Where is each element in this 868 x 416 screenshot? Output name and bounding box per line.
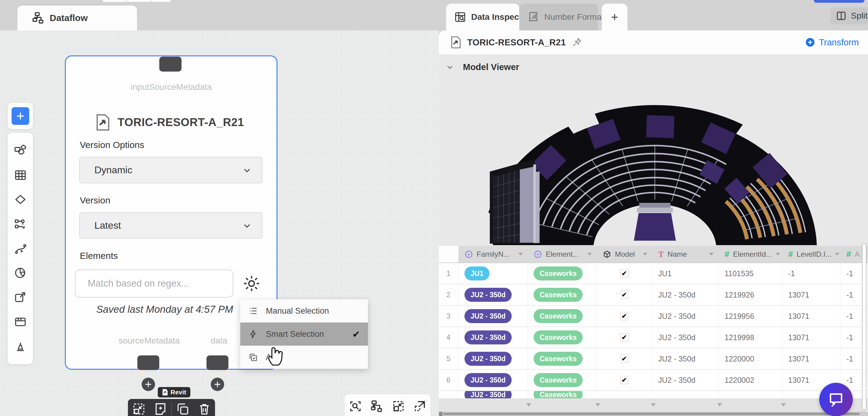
data-inspector-panel: TORIC-RESORT-A_R21 Transform Model Viewe… — [439, 30, 868, 416]
sidebar-item-path[interactable] — [13, 242, 27, 256]
column-header-name[interactable]: T Name — [652, 246, 718, 262]
sidebar-item-diamond[interactable] — [13, 192, 27, 206]
funnel-icon — [14, 340, 27, 353]
column-header-levelid[interactable]: # LevelID.I... — [782, 246, 840, 262]
model-checkbox[interactable]: ✔ — [620, 312, 629, 320]
model-checkbox[interactable]: ✔ — [620, 333, 629, 342]
table-row[interactable]: 1 JU1 Caseworks ✔ JU1 1101535 -1 -1 — [439, 263, 868, 284]
tab-data-inspector[interactable]: Data Inspector — [446, 4, 519, 30]
expand-all-button[interactable] — [413, 399, 427, 414]
element-pill: Caseworks — [534, 309, 583, 323]
output-port-data[interactable] — [207, 355, 228, 370]
data-table: FamilyN... Element... Model T Name — [439, 246, 868, 398]
node-action-toolbar — [128, 399, 215, 416]
version-options-select[interactable]: Dynamic — [79, 157, 262, 183]
column-header-familyname[interactable]: FamilyN... — [458, 246, 527, 262]
table-row[interactable]: 4 JU2 - 350d Caseworks ✔ JU2 - 350d 1219… — [439, 327, 868, 348]
menu-item-label: Manual Selection — [266, 307, 360, 316]
add-circle-icon — [805, 37, 815, 47]
chevron-down-icon — [242, 165, 252, 175]
column-header-model[interactable]: Model — [597, 246, 652, 262]
horizontal-scrollbar-thumb[interactable] — [443, 413, 860, 415]
elements-regex-input[interactable] — [75, 269, 233, 297]
transform-label: Transform — [819, 37, 859, 47]
column-header-element[interactable]: Element... — [527, 246, 597, 262]
menu-item-all[interactable]: All — [240, 346, 368, 369]
sidebar-item-table[interactable] — [13, 168, 27, 182]
menu-item-manual-selection[interactable]: Manual Selection — [240, 299, 368, 322]
column-resize-marker[interactable] — [781, 403, 786, 407]
model-checkbox[interactable]: ✔ — [620, 354, 629, 363]
export-icon — [14, 291, 27, 304]
sidebar-item-funnel[interactable] — [13, 340, 27, 354]
sidebar-item-transform-nodes[interactable] — [13, 217, 27, 231]
clipped-top-toolbar — [103, 0, 170, 2]
column-resize-marker[interactable] — [651, 403, 656, 407]
fit-node-button[interactable] — [128, 402, 150, 416]
table-row[interactable]: 3 JU2 - 350d Caseworks ✔ JU2 - 350d 1219… — [439, 306, 868, 327]
chat-button[interactable] — [819, 383, 853, 416]
chevron-down-icon[interactable] — [445, 62, 455, 71]
column-resize-marker[interactable] — [595, 403, 600, 407]
sidebar-item-export[interactable] — [13, 291, 27, 305]
version-select[interactable]: Latest — [79, 212, 262, 239]
transform-nodes-icon — [14, 218, 27, 230]
model-viewer-3d[interactable] — [469, 82, 847, 245]
table-row[interactable]: 6 JU2 - 350d Caseworks ✔ JU2 - 350d 1220… — [439, 370, 868, 391]
path-icon — [14, 242, 27, 255]
saved-status: Saved last Monday at 4:57 PM — [96, 303, 233, 315]
output-port-source-metadata[interactable] — [137, 355, 159, 370]
model-checkbox[interactable]: ✔ — [620, 291, 629, 299]
new-tab-button[interactable]: + — [602, 4, 627, 30]
table-row-partial[interactable]: JU2 - 350d Caseworks — [439, 391, 868, 398]
collapse-all-button[interactable] — [391, 399, 405, 414]
sidebar-item-window[interactable] — [13, 315, 27, 329]
table-row[interactable]: 5 JU2 - 350d Caseworks ✔ JU2 - 350d 1220… — [439, 348, 868, 370]
menu-item-smart-selection[interactable]: Smart Selection ✔ — [240, 322, 368, 346]
column-resize-marker[interactable] — [717, 403, 722, 407]
model-viewer-section: Model Viewer — [439, 55, 868, 246]
tab-number-formatting[interactable]: Number Formatting — [519, 4, 598, 30]
input-port-label: inputSourceMetadata — [66, 82, 277, 92]
model-checkbox[interactable]: ✔ — [620, 376, 629, 384]
delete-node-button[interactable] — [193, 402, 215, 416]
column-header-elementid[interactable]: # ElementId... — [718, 246, 782, 262]
copy-icon — [176, 402, 190, 416]
version-options-value: Dynamic — [94, 164, 132, 176]
sidebar-item-pie-chart[interactable] — [13, 266, 27, 280]
pie-chart-icon — [14, 266, 27, 279]
transform-button[interactable]: Transform — [805, 37, 859, 47]
number-type-icon: # — [846, 249, 851, 259]
add-note-button[interactable] — [150, 402, 171, 416]
model-checkbox[interactable]: ✔ — [620, 269, 629, 278]
tab-dataflow[interactable]: Dataflow — [18, 5, 137, 30]
output-port-label-source-metadata: sourceMetadata — [119, 336, 180, 346]
column-resize-marker[interactable] — [526, 403, 531, 407]
selection-mode-menu: Manual Selection Smart Selection ✔ All — [240, 299, 368, 369]
family-pill: JU2 - 350d — [464, 352, 512, 366]
sidebar-item-shapes[interactable] — [13, 143, 27, 157]
zoom-to-fit-button[interactable] — [348, 399, 363, 414]
table-row[interactable]: 2 JU2 - 350d Caseworks ✔ JU2 - 350d 1219… — [439, 284, 868, 306]
sort-caret-icon — [588, 253, 592, 256]
revit-file-icon — [95, 114, 111, 131]
add-node-button[interactable] — [11, 107, 29, 125]
layout-graph-icon — [370, 399, 384, 413]
number-type-icon: # — [724, 249, 730, 259]
horizontal-scrollbar[interactable] — [439, 412, 868, 416]
version-options-label: Version Options — [80, 140, 144, 150]
elements-label: Elements — [80, 251, 118, 261]
split-button[interactable]: Split — [830, 7, 868, 24]
add-connection-button[interactable] — [211, 378, 224, 391]
auto-layout-button[interactable] — [370, 399, 384, 414]
vertical-scrollbar[interactable] — [862, 243, 866, 410]
add-connection-button[interactable] — [142, 378, 155, 391]
sidebar-tool-palette — [8, 133, 33, 364]
duplicate-node-button[interactable] — [172, 402, 193, 416]
family-pill: JU2 - 350d — [464, 309, 512, 323]
gear-icon[interactable] — [242, 274, 261, 293]
input-port[interactable] — [159, 57, 182, 71]
element-pill: Caseworks — [534, 288, 583, 302]
pin-icon[interactable] — [571, 37, 582, 48]
revit-file-icon — [162, 389, 168, 395]
